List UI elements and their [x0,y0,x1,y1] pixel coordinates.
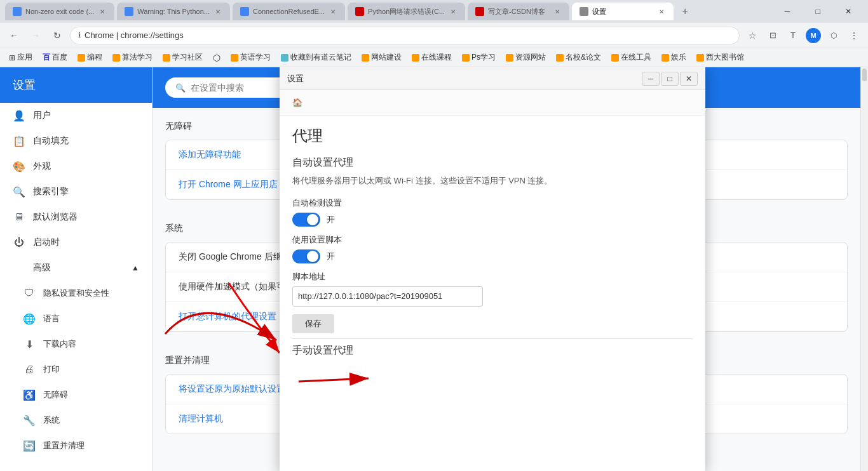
sidebar-label-language: 语言 [43,313,60,324]
scrollbar-thumb[interactable] [862,69,867,81]
script-addr-input[interactable] [292,286,483,307]
sidebar-item-advanced[interactable]: 高级 ▲ [0,255,152,281]
use-script-toggle[interactable] [292,249,320,263]
bookmark-english[interactable]: 英语学习 [227,51,275,64]
folder-icon [112,54,120,62]
save-button[interactable]: 保存 [292,314,334,333]
folder-icon [78,54,85,62]
sidebar-sub-items: 🛡 隐私设置和安全性 🌐 语言 ⬇ 下载内容 🖨 打印 [0,281,152,458]
tab-text-3: ConnectionRefusedE... [253,8,325,15]
proxy-dialog[interactable]: 设置 ─ □ ✕ 🏠 代理 [280,67,705,471]
sidebar-item-downloads[interactable]: ⬇ 下载内容 [13,331,152,357]
folder-icon [412,54,419,62]
sidebar-label-user: 用户 [33,110,51,121]
sidebar-label-privacy: 隐私设置和安全性 [43,288,109,299]
bookmark-library[interactable]: 西大图书馆 [693,51,748,64]
auto-proxy-section: 自动设置代理 将代理服务器用于以太网或 Wi-Fi 连接。这些设置不适用于 VP… [280,151,705,373]
bookmark-label: 在线课程 [421,52,452,63]
bookmark-label: 在线工具 [621,52,651,63]
advanced-icon [13,262,25,274]
bookmark-resources[interactable]: 资源网站 [502,51,550,64]
bookmark-ps[interactable]: Ps学习 [458,51,499,64]
bookmark-label: 名校&论文 [566,52,601,63]
sidebar-item-search[interactable]: 🔍 搜索引擎 [0,179,152,204]
tab-5[interactable]: 写文章-CSDN博客 ✕ [468,3,569,20]
minimize-button[interactable]: ─ [773,0,802,23]
bookmark-github[interactable]: ⬡ [209,51,224,64]
bookmark-star-icon[interactable]: ☆ [743,27,761,44]
tab-3[interactable]: ConnectionRefusedE... ✕ [233,3,345,20]
browser-frame: Non-zero exit code (... ✕ Warning: This … [0,0,868,471]
sidebar-item-privacy[interactable]: 🛡 隐私设置和安全性 [13,281,152,306]
bookmark-apps[interactable]: ⊞ 应用 [5,51,36,64]
tab-2[interactable]: Warning: This Python... ✕ [117,3,230,20]
sidebar-item-accessibility[interactable]: ♿ 无障碍 [13,382,152,408]
bookmark-tools[interactable]: 在线工具 [607,51,655,64]
folder-icon [661,54,669,62]
dialog-maximize-button[interactable]: □ [661,72,679,86]
bookmark-label: Ps学习 [471,52,496,63]
tab-favicon-3 [240,7,249,16]
sidebar-item-user[interactable]: 👤 用户 [0,103,152,128]
folder-icon [163,54,170,62]
tab-favicon-1 [13,7,22,16]
baidu-icon: 百 [43,52,50,63]
back-button[interactable]: ← [5,27,23,44]
translate-icon[interactable]: T [784,27,802,44]
sidebar-item-reset[interactable]: 🔄 重置并清理 [13,433,152,458]
tab-text-6: 设置 [592,7,653,17]
bookmark-baidu[interactable]: 百 百度 [39,51,71,64]
tab-close-4[interactable]: ✕ [449,7,458,16]
reload-button[interactable]: ↻ [48,27,66,44]
bookmark-course[interactable]: 在线课程 [408,51,456,64]
bookmark-label: 算法学习 [122,52,153,63]
folder-icon [556,54,564,62]
sidebar-item-system[interactable]: 🔧 系统 [13,408,152,433]
close-window-button[interactable]: ✕ [834,0,863,23]
tab-4[interactable]: Python网络请求错误(C... ✕ [348,3,465,20]
sidebar-item-print[interactable]: 🖨 打印 [13,357,152,382]
tab-text-5: 写文章-CSDN博客 [488,7,549,17]
extension-icon[interactable]: ⬡ [825,27,843,44]
tab-close-2[interactable]: ✕ [214,7,222,16]
sidebar-label-autofill: 自动填充 [33,135,69,147]
new-tab-button[interactable]: + [676,3,694,20]
bookmark-entertainment[interactable]: 娱乐 [658,51,690,64]
bookmark-programming[interactable]: 编程 [74,51,106,64]
sidebar-item-appearance[interactable]: 🎨 外观 [0,154,152,179]
bookmark-papers[interactable]: 名校&论文 [552,51,605,64]
more-menu-button[interactable]: ⋮ [845,27,863,44]
autofill-icon: 📋 [13,135,25,147]
bookmark-website[interactable]: 网站建设 [358,51,405,64]
tab-6[interactable]: 设置 ✕ [572,3,674,20]
script-addr-label: 脚本地址 [292,271,693,282]
maximize-button[interactable]: □ [803,0,832,23]
sidebar-item-startup[interactable]: ⏻ 启动时 [0,230,152,255]
sidebar-item-language[interactable]: 🌐 语言 [13,306,152,331]
sidebar-item-autofill[interactable]: 📋 自动填充 [0,128,152,154]
bookmark-algorithm[interactable]: 算法学习 [109,51,156,64]
main-content: 设置 👤 用户 📋 自动填充 🎨 外观 🔍 搜索引擎 [0,67,868,471]
tab-1[interactable]: Non-zero exit code (... ✕ [5,3,114,20]
window-controls: ─ □ ✕ [773,0,863,23]
tab-text-4: Python网络请求错误(C... [368,7,445,17]
dialog-close-button[interactable]: ✕ [680,72,698,86]
lock-icon: ℹ [78,31,81,39]
apps-icon: ⊞ [9,53,15,62]
cast-icon[interactable]: ⊡ [764,27,782,44]
address-bar[interactable]: ℹ Chrome | chrome://settings [70,27,740,44]
tab-close-6[interactable]: ✕ [657,7,666,16]
tab-close-5[interactable]: ✕ [553,7,562,16]
tab-close-1[interactable]: ✕ [98,7,107,16]
reset-icon: 🔄 [23,439,36,452]
dialog-minimize-button[interactable]: ─ [642,72,660,86]
bookmark-youdao[interactable]: 收藏到有道云笔记 [277,51,355,64]
search-engine-icon: 🔍 [13,185,25,198]
bookmark-community[interactable]: 学习社区 [159,51,207,64]
forward-button[interactable]: → [27,27,44,44]
use-script-on-label: 开 [327,251,335,262]
profile-icon[interactable]: M [804,27,822,44]
auto-detect-toggle[interactable] [292,213,320,227]
tab-close-3[interactable]: ✕ [329,7,337,16]
sidebar-item-browser[interactable]: 🖥 默认浏览器 [0,204,152,230]
